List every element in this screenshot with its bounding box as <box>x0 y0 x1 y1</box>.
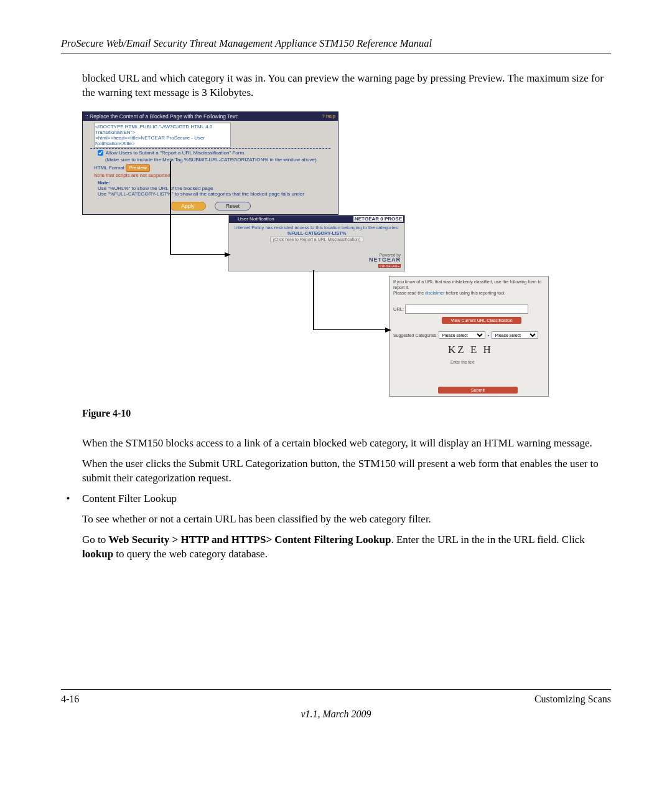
allow-submit-checkbox[interactable] <box>98 150 103 156</box>
doc-header: ProSecure Web/Email Security Threat Mana… <box>61 37 611 54</box>
divider <box>90 148 330 149</box>
url-label: URL: <box>393 306 404 312</box>
suggested-category-select-2[interactable]: Please select <box>492 331 538 339</box>
button-row: Apply Reset <box>83 199 338 214</box>
allow-submit-label: Allow Users to Submit a "Report a URL Mi… <box>106 150 246 156</box>
version-text: v1.1, March 2009 <box>61 709 611 720</box>
user-notification-preview: User Notification NETGEAR 0 PROSE Intern… <box>228 215 405 271</box>
report-msg-2b: before using this reporting tool. <box>445 291 506 295</box>
scripts-not-supported: Note that scripts are not supported <box>83 172 338 179</box>
header-rule <box>61 54 611 54</box>
netgear-badge: NETGEAR 0 PROSE <box>353 216 403 222</box>
enter-text-label: Enter the text <box>450 360 544 364</box>
note-url: Use "%URL%" to show the URL of the block… <box>98 186 213 191</box>
view-classification-button[interactable]: View Current URL Classification <box>442 317 521 324</box>
t: Go to <box>82 534 109 545</box>
arrow-segment <box>313 329 386 331</box>
apply-button[interactable]: Apply <box>170 202 206 210</box>
nav-path-bold: Web Security > HTTP and HTTPS> Content F… <box>109 534 391 545</box>
report-misclass-link[interactable]: (Click here to Report a URL Misclassific… <box>270 237 364 242</box>
bullet-line1: To see whether or not a certain URL has … <box>82 512 611 527</box>
html-format-row: HTML Format Preview <box>83 164 338 172</box>
arrowhead-icon <box>225 252 231 257</box>
note-label: Note: <box>98 180 110 186</box>
paragraph-1: When the STM150 blocks access to a link … <box>82 437 611 451</box>
panel-titlebar: :: Replace the Content of a Blocked Page… <box>83 112 338 121</box>
netgear-logo: NETGEAR PROSECURE <box>369 257 401 268</box>
figure-caption: Figure 4-10 <box>82 408 611 419</box>
panel-title: :: Replace the Content of a Blocked Page… <box>85 113 238 120</box>
submit-button[interactable]: Submit <box>438 387 518 394</box>
policy-restricted-text: Internet Policy has restricted access to… <box>231 225 402 230</box>
paragraph-2: When the user clicks the Submit URL Cate… <box>82 457 611 486</box>
config-panel: :: Replace the Content of a Blocked Page… <box>82 111 338 215</box>
captcha-image: KZ E H <box>448 344 501 360</box>
suggested-category-select-1[interactable]: Please select <box>439 331 485 339</box>
prosecure-tag: PROSECURE <box>378 264 401 268</box>
lookup-bold: lookup <box>82 548 113 560</box>
html-content-textarea[interactable] <box>94 123 231 148</box>
html-format-label: HTML Format <box>94 165 124 171</box>
arrow-segment <box>170 254 226 255</box>
preview-tab: User Notification <box>230 216 274 222</box>
bullet-title: Content Filter Lookup <box>82 492 611 506</box>
bullet-line2: Go to Web Security > HTTP and HTTPS> Con… <box>82 533 611 562</box>
suggested-categories-label: Suggested Categories: <box>393 333 437 337</box>
netgear-logo-text: NETGEAR <box>369 257 401 263</box>
preview-titlebar: User Notification NETGEAR 0 PROSE <box>229 215 404 223</box>
figure-4-10: :: Replace the Content of a Blocked Page… <box>82 111 549 399</box>
page-footer: 4-16 Customizing Scans <box>61 694 611 705</box>
meta-tag-note: (Make sure to include the Meta Tag %SUBM… <box>83 156 338 163</box>
note-category: Use "%FULL-CATEGORY-LIST%" to show all t… <box>98 191 304 197</box>
intro-paragraph: blocked URL and which category it was in… <box>82 72 611 100</box>
arrowhead-icon <box>385 328 391 333</box>
allow-submit-row: Allow Users to Submit a "Report a URL Mi… <box>83 149 338 156</box>
report-msg-1: If you know of a URL that was mistakenly… <box>393 280 541 290</box>
page-number: 4-16 <box>61 694 79 705</box>
footer-rule <box>61 689 611 690</box>
bullet-marker: • <box>61 492 82 568</box>
report-msg-2a: Please read the <box>393 291 425 295</box>
t: to query the web category database. <box>113 548 268 560</box>
category-list-placeholder: %FULL-CATEGORY-LIST% <box>287 230 347 236</box>
section-title: Customizing Scans <box>534 694 611 705</box>
preview-button[interactable]: Preview <box>126 164 149 172</box>
note-block: Note: Use "%URL%" to show the URL of the… <box>83 179 338 199</box>
arrow-segment <box>170 161 171 255</box>
help-button[interactable]: ? help <box>322 113 335 120</box>
disclaimer-link[interactable]: disclaimer <box>425 291 445 295</box>
arrow-segment <box>313 270 314 330</box>
reset-button[interactable]: Reset <box>215 202 251 210</box>
report-form-panel: If you know of a URL that was mistakenly… <box>389 276 549 397</box>
url-input[interactable] <box>405 304 528 314</box>
t: . Enter the URL in the in the URL field.… <box>391 534 584 545</box>
